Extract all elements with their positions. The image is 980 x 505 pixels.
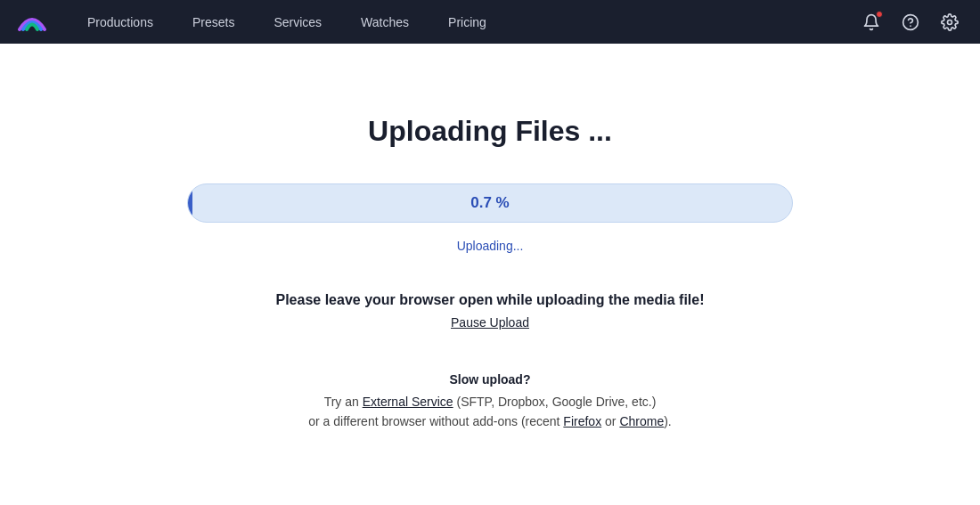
chrome-link[interactable]: Chrome — [619, 414, 664, 428]
notification-bell-button[interactable] — [855, 6, 887, 38]
progress-container: 0.7 % — [187, 183, 793, 223]
pause-upload-link[interactable]: Pause Upload — [451, 315, 529, 330]
slow-upload-line2-suffix: ). — [664, 414, 672, 428]
slow-upload-line1-suffix: (SFTP, Dropbox, Google Drive, etc.) — [453, 395, 657, 409]
slow-upload-title: Slow upload? — [308, 372, 672, 387]
slow-upload-line2-middle: or — [601, 414, 619, 428]
slow-upload-line1: Try an External Service (SFTP, Dropbox, … — [308, 392, 672, 411]
svg-point-2 — [948, 20, 952, 24]
slow-upload-line2-prefix: or a different browser without add-ons (… — [308, 414, 563, 428]
nav-item-watches[interactable]: Watches — [341, 0, 429, 44]
nav-item-presets[interactable]: Presets — [173, 0, 254, 44]
app-logo[interactable] — [14, 4, 50, 40]
nav-item-services[interactable]: Services — [254, 0, 341, 44]
nav-item-productions[interactable]: Productions — [68, 0, 173, 44]
nav-item-pricing[interactable]: Pricing — [429, 0, 506, 44]
slow-upload-line2: or a different browser without add-ons (… — [308, 411, 672, 431]
slow-upload-section: Slow upload? Try an External Service (SF… — [308, 372, 672, 432]
notification-badge — [876, 11, 883, 18]
progress-fill — [188, 184, 192, 222]
navbar: Productions Presets Services Watches Pri… — [0, 0, 980, 44]
external-service-link[interactable]: External Service — [363, 395, 453, 409]
progress-percent-label: 0.7 % — [470, 194, 509, 212]
nav-links: Productions Presets Services Watches Pri… — [68, 0, 855, 44]
help-button[interactable] — [894, 6, 927, 38]
nav-icon-group — [855, 6, 966, 38]
warning-text: Please leave your browser open while upl… — [275, 292, 704, 308]
main-content: Uploading Files ... 0.7 % Uploading... P… — [0, 44, 980, 432]
page-title: Uploading Files ... — [368, 115, 612, 148]
slow-upload-line1-prefix: Try an — [324, 395, 363, 409]
progress-track: 0.7 % — [187, 183, 793, 223]
firefox-link[interactable]: Firefox — [563, 414, 601, 428]
settings-button[interactable] — [934, 6, 966, 38]
progress-status: Uploading... — [457, 239, 524, 253]
